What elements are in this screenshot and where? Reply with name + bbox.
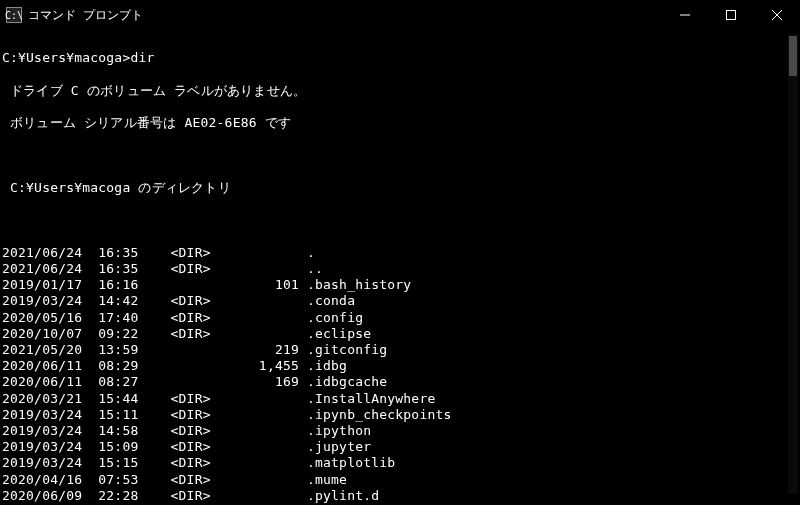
blank-line	[2, 148, 794, 164]
typed-command: dir	[130, 50, 154, 65]
dir-entry: 2021/06/24 16:35 <DIR> .	[2, 245, 794, 261]
terminal-output[interactable]: C:¥Users¥macoga>dir ドライブ C のボリューム ラベルがあり…	[0, 30, 800, 505]
svg-rect-1	[727, 11, 736, 20]
scrollbar-track[interactable]	[788, 34, 798, 494]
dir-entry: 2019/03/24 14:58 <DIR> .ipython	[2, 423, 794, 439]
dir-entry: 2019/03/24 14:42 <DIR> .conda	[2, 293, 794, 309]
blank-line	[2, 212, 794, 228]
minimize-button[interactable]	[662, 0, 708, 30]
window-title: コマンド プロンプト	[28, 7, 143, 24]
dir-entry: 2019/03/24 15:09 <DIR> .jupyter	[2, 439, 794, 455]
maximize-button[interactable]	[708, 0, 754, 30]
dir-entry: 2021/06/24 16:35 <DIR> ..	[2, 261, 794, 277]
cmd-icon: C:\	[6, 7, 22, 23]
dir-entry: 2020/03/21 15:44 <DIR> .InstallAnywhere	[2, 391, 794, 407]
dir-entry: 2020/06/11 08:29 1,455 .idbg	[2, 358, 794, 374]
window-controls	[662, 0, 800, 30]
dir-entry: 2020/06/09 22:28 <DIR> .pylint.d	[2, 488, 794, 504]
titlebar: C:\ コマンド プロンプト	[0, 0, 800, 30]
dir-entry: 2020/04/16 07:53 <DIR> .mume	[2, 472, 794, 488]
serial-number-line: ボリューム シリアル番号は AE02-6E86 です	[2, 115, 794, 131]
dir-entry: 2020/06/11 08:27 169 .idbgcache	[2, 374, 794, 390]
dir-entry: 2021/05/20 13:59 219 .gitconfig	[2, 342, 794, 358]
prompt-path: C:¥Users¥macoga>	[2, 50, 130, 65]
directory-of-line: C:¥Users¥macoga のディレクトリ	[2, 180, 794, 196]
dir-entry: 2019/03/24 15:15 <DIR> .matplotlib	[2, 455, 794, 471]
volume-label-line: ドライブ C のボリューム ラベルがありません。	[2, 83, 794, 99]
dir-entry: 2019/03/24 15:11 <DIR> .ipynb_checkpoint…	[2, 407, 794, 423]
scrollbar-thumb[interactable]	[789, 36, 797, 76]
dir-entry: 2020/05/16 17:40 <DIR> .config	[2, 310, 794, 326]
close-button[interactable]	[754, 0, 800, 30]
dir-entry: 2019/01/17 16:16 101 .bash_history	[2, 277, 794, 293]
dir-entry: 2020/10/07 09:22 <DIR> .eclipse	[2, 326, 794, 342]
